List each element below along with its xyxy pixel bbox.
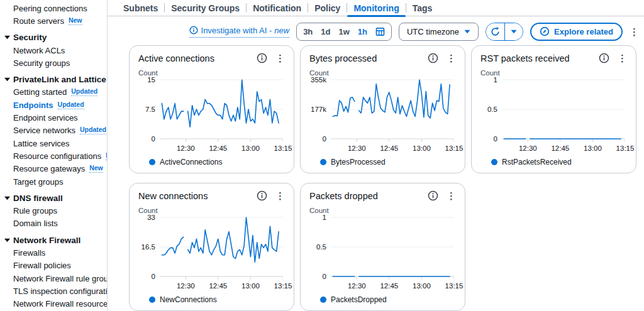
chart-legend[interactable]: PacketsDropped [320, 295, 456, 304]
legend-dot-icon [320, 297, 326, 303]
chart-plot-area[interactable] [502, 79, 627, 143]
x-tick-label: 12:30 [348, 145, 366, 152]
badge-updated[interactable]: Updated [71, 88, 97, 96]
time-range-1w[interactable]: 1w [338, 27, 349, 36]
tab-tags[interactable]: Tags [406, 0, 439, 16]
sidebar-item-resource-configurations[interactable]: Resource configurationsNew [0, 150, 107, 162]
time-range-control: 3h1d1w1h [296, 23, 392, 41]
tab-policy[interactable]: Policy [308, 0, 347, 16]
calendar-icon[interactable] [375, 27, 385, 36]
sidebar-item-getting-started[interactable]: Getting startedUpdated [0, 86, 107, 99]
legend-label: PacketsDropped [331, 295, 387, 304]
sidebar-item-label: TLS inspection configurations [13, 286, 108, 296]
badge-new[interactable]: New [69, 17, 82, 25]
sidebar-section-privatelink-and-lattice[interactable]: PrivateLink and Lattice [0, 73, 107, 85]
kebab-menu-icon[interactable]: ⋮ [618, 53, 627, 63]
time-range-1h[interactable]: 1h [358, 27, 367, 36]
chart-plot[interactable] [331, 79, 454, 143]
sidebar-item-network-firewall-rule-groups[interactable]: Network Firewall rule groups [0, 272, 107, 285]
refresh-button[interactable] [486, 23, 504, 40]
explore-related-label: Explore related [554, 27, 613, 36]
app-window: Peering connectionsRoute serversNewSecur… [0, 0, 644, 311]
x-tick-label: 12:30 [177, 145, 195, 152]
caret-down-icon [4, 35, 10, 40]
info-icon[interactable] [257, 53, 267, 63]
y-tick-label: 0 [152, 135, 155, 143]
chart-title: Packets dropped [309, 191, 428, 201]
refresh-options-button[interactable] [504, 23, 523, 40]
chart-plot-area[interactable] [160, 216, 285, 281]
chart-legend[interactable]: RstPacketsReceived [491, 158, 627, 166]
sidebar-item-endpoints[interactable]: EndpointsUpdated [0, 99, 107, 111]
chart-card-header: New connections⋮ [138, 190, 285, 201]
chart-legend[interactable]: ActiveConnections [149, 158, 285, 166]
timezone-label: UTC timezone [407, 27, 459, 36]
chart-plot[interactable] [160, 79, 283, 143]
kebab-menu-icon[interactable]: ⋮ [447, 53, 456, 63]
sidebar-item-label: Network Firewall rule groups [13, 274, 108, 283]
chart-card-header: RST packets received⋮ [480, 53, 627, 63]
tab-monitoring[interactable]: Monitoring [347, 0, 405, 16]
sidebar-item-network-firewall-resource[interactable]: Network Firewall resource [0, 298, 107, 310]
chart-plot-area[interactable] [160, 79, 285, 143]
sidebar-item-rule-groups[interactable]: Rule groups [0, 204, 107, 217]
sidebar-section-dns-firewall[interactable]: DNS firewall [0, 192, 107, 204]
sidebar-item-peering-connections[interactable]: Peering connections [0, 2, 107, 14]
plot-row: 10.50 [309, 216, 456, 281]
chart-plot-area[interactable] [331, 79, 456, 143]
tab-notification[interactable]: Notification [247, 0, 308, 16]
info-icon[interactable] [257, 190, 267, 201]
tab-security-groups[interactable]: Security Groups [165, 0, 246, 16]
sidebar-item-label: Resource configurations [13, 151, 101, 161]
badge-updated[interactable]: Updated [80, 126, 106, 134]
sidebar-section-security[interactable]: Security [0, 31, 107, 44]
sidebar-item-service-networks[interactable]: Service networksUpdated [0, 124, 107, 137]
x-tick-label: 13:00 [242, 145, 260, 152]
kebab-menu-icon[interactable]: ⋮ [275, 53, 285, 63]
time-range-3h[interactable]: 3h [303, 27, 313, 36]
info-icon[interactable] [428, 53, 438, 63]
sidebar-item-tls-inspection-configurations[interactable]: TLS inspection configurations [0, 285, 107, 297]
badge-updated[interactable]: Updated [58, 101, 84, 109]
caret-down-icon [511, 30, 517, 34]
sidebar-item-target-groups[interactable]: Target groups [0, 175, 107, 188]
tab-subnets[interactable]: Subnets [117, 0, 164, 16]
y-axis-unit-label: Count [138, 207, 285, 214]
info-icon[interactable] [599, 53, 609, 63]
chart-plot-area[interactable] [331, 216, 456, 281]
toolbar-kebab-menu-icon[interactable]: ⋮ [630, 27, 639, 36]
sidebar-item-resource-gateways[interactable]: Resource gatewaysNew [0, 163, 107, 175]
chart-legend[interactable]: BytesProcessed [320, 158, 456, 166]
chart-legend[interactable]: NewConnections [149, 295, 285, 304]
sidebar-item-network-acls[interactable]: Network ACLs [0, 44, 107, 57]
sidebar-item-firewall-policies[interactable]: Firewall policies [0, 259, 107, 272]
investigate-with-ai-link[interactable]: Investigate with AI - new [189, 26, 290, 38]
kebab-menu-icon[interactable]: ⋮ [447, 191, 456, 200]
sidebar-item-firewalls[interactable]: Firewalls [0, 246, 107, 259]
sidebar-item-lattice-services[interactable]: Lattice services [0, 137, 107, 150]
x-tick-label: 13:15 [274, 145, 292, 152]
time-range-1d[interactable]: 1d [321, 27, 330, 36]
timezone-dropdown[interactable]: UTC timezone [399, 23, 479, 41]
chart-title: Bytes processed [309, 53, 428, 63]
sidebar-section-network-firewall[interactable]: Network Firewall [0, 234, 107, 246]
chart-plot[interactable] [160, 216, 283, 281]
sidebar-item-security-groups[interactable]: Security groups [0, 57, 107, 69]
plot-row: 157.50 [138, 79, 285, 143]
sidebar-item-route-servers[interactable]: Route serversNew [0, 14, 107, 27]
sidebar-item-label: Getting started [13, 87, 67, 97]
chart-plot[interactable] [331, 216, 454, 281]
info-icon[interactable] [428, 190, 438, 201]
badge-new[interactable]: New [89, 165, 103, 173]
y-tick-label: 355k [311, 76, 326, 84]
sidebar-item-label: Service networks [13, 126, 75, 135]
y-tick-label: 16.5 [142, 243, 155, 251]
explore-icon [540, 26, 550, 36]
x-tick-label: 13:00 [413, 282, 431, 290]
chart-plot[interactable] [502, 79, 625, 143]
plot-row: 10.50 [480, 79, 627, 143]
explore-related-button[interactable]: Explore related [530, 23, 623, 41]
sidebar-item-endpoint-services[interactable]: Endpoint services [0, 111, 107, 124]
kebab-menu-icon[interactable]: ⋮ [275, 191, 285, 200]
sidebar-item-domain-lists[interactable]: Domain lists [0, 217, 107, 230]
